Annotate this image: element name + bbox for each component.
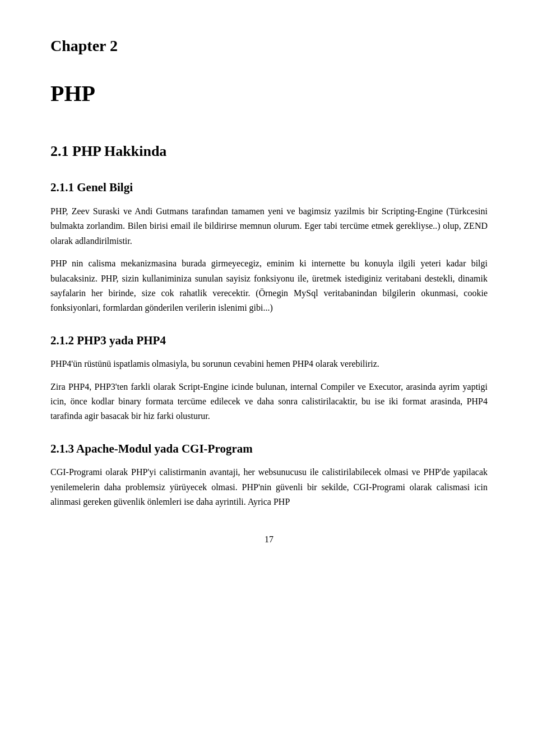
paragraph-2-1-1-2: PHP nin calisma mekanizmasina burada gir… — [50, 256, 488, 316]
paragraph-2-1-2-2: Zira PHP4, PHP3'ten farkli olarak Script… — [50, 380, 488, 424]
paragraph-2-1-1-1: PHP, Zeev Suraski ve Andi Gutmans tarafı… — [50, 204, 488, 248]
subsection-2-1-2-title: 2.1.2 PHP3 yada PHP4 — [50, 331, 488, 351]
page: Chapter 2 PHP 2.1 PHP Hakkinda 2.1.1 Gen… — [0, 0, 538, 756]
page-number: 17 — [50, 532, 488, 547]
paragraph-2-1-2-1: PHP4'ün rüstünü ispatlamis olmasiyla, bu… — [50, 357, 488, 371]
chapter-label: Chapter 2 — [50, 34, 488, 59]
subsection-2-1-3-title: 2.1.3 Apache-Modul yada CGI-Program — [50, 440, 488, 459]
subsection-2-1-1-title: 2.1.1 Genel Bilgi — [50, 178, 488, 197]
section-2-1-title: 2.1 PHP Hakkinda — [50, 140, 488, 163]
chapter-title: PHP — [50, 76, 488, 112]
paragraph-2-1-3-1: CGI-Programi olarak PHP'yi calistirmanin… — [50, 465, 488, 509]
